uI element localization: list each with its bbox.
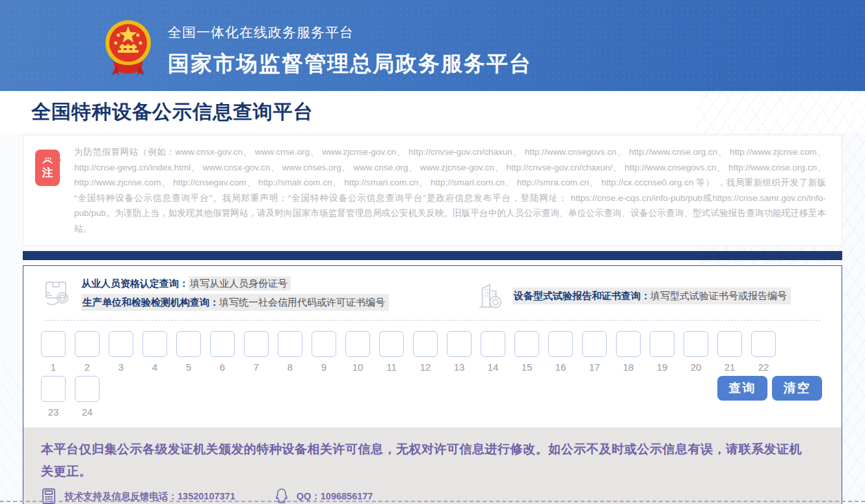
cell-number: 21 <box>725 362 736 373</box>
person-query-line: 从业人员资格认定查询：填写从业人员身份证号 <box>81 276 389 290</box>
code-input-cell: 17 <box>582 331 607 373</box>
cell-number: 2 <box>85 362 90 373</box>
cell-number: 24 <box>82 406 93 418</box>
code-char-input-10[interactable] <box>345 331 370 357</box>
code-char-input-3[interactable] <box>109 331 133 357</box>
code-input-cell: 7 <box>244 331 269 373</box>
cell-number: 20 <box>691 362 702 373</box>
equipment-query-hint: 填写型式试验证书号或报告编号 <box>650 290 787 301</box>
person-unit-hint-group: 从业人员资格认定查询：填写从业人员身份证号 生产单位和检验检测机构查询：填写统一… <box>41 276 389 311</box>
unit-query-label: 生产单位和检验检测机构查询： <box>83 297 219 308</box>
code-char-input-18[interactable] <box>616 331 641 357</box>
query-panel: 从业人员资格认定查询：填写从业人员身份证号 生产单位和检验检测机构查询：填写统一… <box>23 265 842 504</box>
code-input-cell: 12 <box>413 331 438 373</box>
bottom-dashed-line <box>0 501 865 502</box>
code-input-cell: 18 <box>616 331 641 373</box>
code-input-area: 123456789101112131415161718192021222324 … <box>23 321 842 419</box>
code-input-cell: 1 <box>41 331 66 373</box>
code-input-cell: 15 <box>514 331 539 373</box>
cell-number: 10 <box>353 362 364 373</box>
site-title: 国家市场监督管理总局政务服务平台 <box>168 49 532 79</box>
code-char-input-22[interactable] <box>751 331 776 357</box>
code-char-input-4[interactable] <box>142 331 167 357</box>
code-char-input-11[interactable] <box>379 331 404 357</box>
equipment-query-line: 设备型式试验报告和证书查询：填写型式试验证书号或报告编号 <box>512 287 791 304</box>
cell-number: 19 <box>657 362 668 373</box>
code-char-input-17[interactable] <box>582 331 607 357</box>
code-input-cell: 21 <box>717 331 742 373</box>
code-input-cell: 10 <box>345 331 370 373</box>
code-char-input-9[interactable] <box>312 331 336 357</box>
cell-number: 4 <box>152 362 157 373</box>
cell-number: 15 <box>522 362 533 373</box>
code-char-input-8[interactable] <box>278 331 302 357</box>
anti-fake-notice: 注 为防范假冒网站（例如：www.cnsx-gov.cn、 www.cnse.o… <box>23 135 842 246</box>
code-char-input-2[interactable] <box>75 331 100 357</box>
note-badge-label: 注 <box>42 167 53 178</box>
cell-number: 18 <box>623 362 634 373</box>
code-char-input-15[interactable] <box>514 331 539 357</box>
code-char-input-13[interactable] <box>447 331 472 357</box>
cell-number: 13 <box>454 362 465 373</box>
notice-text: 为防范假冒网站（例如：www.cnsx-gov.cn、 www.cnse.org… <box>74 144 826 236</box>
code-input-cell: 24 <box>75 376 100 418</box>
code-input-cell: 5 <box>176 331 201 373</box>
code-char-input-5[interactable] <box>176 331 201 357</box>
code-input-cell: 8 <box>278 331 302 373</box>
code-input-cell: 23 <box>41 376 66 418</box>
code-input-cell: 22 <box>751 331 776 373</box>
code-input-cell: 3 <box>109 331 133 373</box>
code-input-cell: 6 <box>210 331 235 373</box>
code-char-input-12[interactable] <box>413 331 438 357</box>
clear-button[interactable]: 清空 <box>772 376 822 401</box>
code-char-input-14[interactable] <box>481 331 505 357</box>
query-button[interactable]: 查询 <box>717 376 767 401</box>
code-input-cell: 20 <box>684 331 708 373</box>
cell-number: 22 <box>758 362 769 373</box>
code-char-input-6[interactable] <box>210 331 235 357</box>
cell-number: 17 <box>589 362 600 373</box>
person-query-hint: 填写从业人员身份证号 <box>189 276 291 291</box>
action-buttons: 查询 清空 <box>717 376 822 401</box>
query-hints-row: 从业人员资格认定查询：填写从业人员身份证号 生产单位和检验检测机构查询：填写统一… <box>23 275 842 311</box>
code-char-input-24[interactable] <box>75 376 100 402</box>
cell-number: 8 <box>287 362 293 373</box>
cell-number: 3 <box>118 362 124 373</box>
package-search-icon <box>41 278 72 310</box>
smiley-face-icon <box>40 157 55 165</box>
page-title: 全国特种设备公示信息查询平台 <box>31 99 313 126</box>
unit-query-hint: 填写统一社会信用代码或许可证书编号 <box>219 297 385 308</box>
title-band: 全国特种设备公示信息查询平台 <box>0 91 865 133</box>
code-char-input-1[interactable] <box>41 331 66 357</box>
cell-number: 5 <box>186 362 191 373</box>
code-input-cell: 4 <box>142 331 167 373</box>
code-input-cell: 2 <box>75 331 100 373</box>
national-emblem-icon <box>104 16 152 78</box>
cell-number: 12 <box>420 362 431 373</box>
code-char-input-21[interactable] <box>717 331 742 357</box>
code-char-input-23[interactable] <box>41 376 66 402</box>
cell-number: 6 <box>220 362 225 373</box>
code-input-cell: 14 <box>481 331 505 373</box>
cell-number: 1 <box>51 362 56 373</box>
cell-number: 9 <box>321 362 326 373</box>
code-input-cell: 16 <box>548 331 573 373</box>
cell-number: 7 <box>254 362 259 373</box>
note-badge-icon: 注 <box>35 150 60 186</box>
code-input-cell: 9 <box>312 331 336 373</box>
cell-number: 16 <box>555 362 566 373</box>
equipment-hint-group: 设备型式试验报告和证书查询：填写型式试验证书号或报告编号 <box>476 280 791 311</box>
cell-number: 14 <box>488 362 499 373</box>
unit-query-line: 生产单位和检验检测机构查询：填写统一社会信用代码或许可证书编号 <box>81 294 389 311</box>
code-cells: 123456789101112131415161718192021222324 <box>41 331 792 418</box>
code-char-input-16[interactable] <box>548 331 573 357</box>
code-input-cell: 13 <box>447 331 472 373</box>
disclaimer-text: 本平台仅归集公示各级发证机关颁发的特种设备相关许可信息，无权对许可信息进行修改。… <box>41 438 812 483</box>
code-input-cell: 11 <box>379 331 404 373</box>
cell-number: 23 <box>48 406 59 418</box>
equipment-query-label: 设备型式试验报告和证书查询： <box>514 290 650 301</box>
code-char-input-20[interactable] <box>684 331 708 357</box>
code-char-input-7[interactable] <box>244 331 269 357</box>
background-pattern-left <box>0 364 26 504</box>
code-char-input-19[interactable] <box>650 331 674 357</box>
